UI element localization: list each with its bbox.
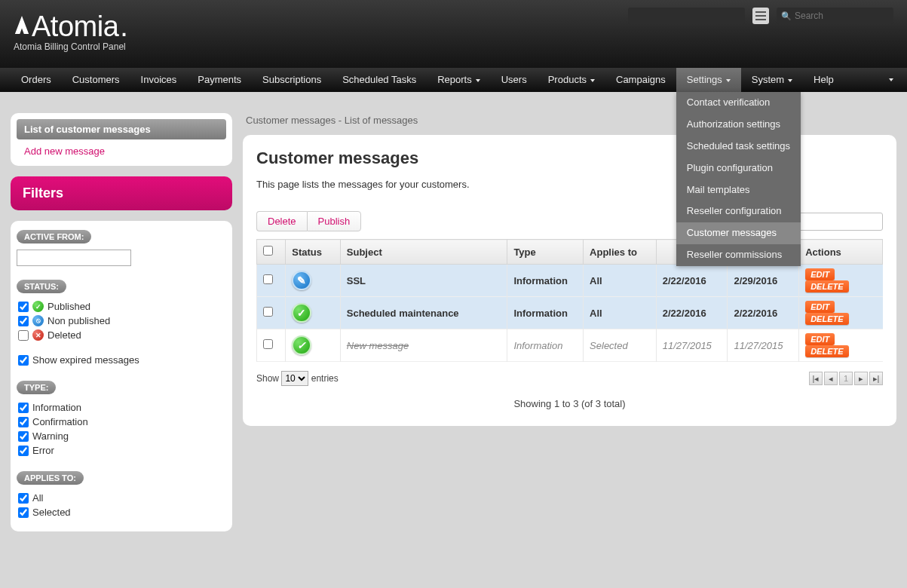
nav-help[interactable]: Help: [803, 68, 844, 92]
col-subject[interactable]: Subject: [340, 240, 507, 265]
applies-checkbox[interactable]: [18, 507, 29, 518]
show-expired-row[interactable]: Show expired messages: [17, 353, 226, 367]
filter-active-from: ACTIVE FROM:: [17, 230, 226, 266]
row-from: 2/22/2016: [656, 297, 728, 329]
row-checkbox[interactable]: [263, 339, 273, 349]
table-row[interactable]: ✓Scheduled maintenanceInformationAll2/22…: [257, 297, 883, 329]
applies-checkbox[interactable]: [18, 493, 29, 504]
delete-button[interactable]: Delete: [256, 211, 307, 231]
chip-status: STATUS:: [17, 280, 66, 293]
type-warning[interactable]: Warning: [17, 429, 226, 443]
applies-all[interactable]: All: [17, 491, 226, 505]
pager-prev-icon[interactable]: ◂: [824, 372, 838, 385]
show-label: Show: [256, 373, 279, 384]
col-type[interactable]: Type: [507, 240, 584, 265]
edit-button[interactable]: EDIT: [805, 301, 835, 313]
row-from: 11/27/2015: [656, 329, 728, 362]
type-checkbox[interactable]: [18, 431, 29, 442]
show-expired-checkbox[interactable]: [18, 355, 29, 366]
show-expired-label: Show expired messages: [32, 354, 139, 366]
applies-selected[interactable]: Selected: [17, 505, 226, 519]
brand-name: Atomia: [32, 11, 118, 43]
status-checkbox[interactable]: [18, 302, 29, 312]
filter-applies: APPLIES TO: AllSelected: [17, 471, 226, 519]
nav-subscriptions[interactable]: Subscriptions: [252, 68, 332, 92]
row-delete-button[interactable]: DELETE: [805, 313, 848, 325]
dd-plugin-configuration[interactable]: Plugin configuration: [676, 158, 801, 179]
type-label: Warning: [32, 430, 69, 442]
hamburger-icon[interactable]: [752, 8, 769, 24]
row-type: Information: [507, 329, 584, 362]
dd-customer-messages[interactable]: Customer messages: [676, 222, 801, 244]
publish-button[interactable]: Publish: [307, 211, 362, 231]
dd-contact-verification[interactable]: Contact verification: [676, 92, 801, 114]
row-subject: Scheduled maintenance: [340, 297, 507, 329]
add-message-link[interactable]: Add new message: [17, 139, 226, 160]
type-error[interactable]: Error: [17, 443, 226, 458]
dd-reseller-configuration[interactable]: Reseller configuration: [676, 201, 801, 222]
pager-first-icon[interactable]: |◂: [809, 372, 823, 385]
status-label: Published: [47, 301, 90, 312]
navbar: OrdersCustomersInvoicesPaymentsSubscript…: [0, 68, 907, 92]
top-search-input[interactable]: [777, 8, 893, 24]
status-label: Non published: [47, 315, 110, 326]
pager: |◂ ◂ 1 ▸ ▸|: [809, 372, 883, 385]
top-account-input[interactable]: [628, 8, 745, 24]
status-deleted[interactable]: ✕Deleted: [17, 328, 226, 342]
active-from-input[interactable]: [17, 250, 131, 266]
row-checkbox[interactable]: [263, 307, 273, 317]
nav-customers[interactable]: Customers: [62, 68, 130, 92]
edit-button[interactable]: EDIT: [805, 333, 835, 345]
toolbar-buttons: Delete Publish: [256, 211, 361, 231]
brand-dot: .: [120, 11, 128, 43]
page-size-select[interactable]: 10: [281, 371, 308, 386]
type-checkbox[interactable]: [18, 446, 29, 456]
chip-applies: APPLIES TO:: [17, 471, 84, 485]
nav-scheduled-tasks[interactable]: Scheduled Tasks: [332, 68, 427, 92]
col-actions: Actions: [799, 240, 883, 265]
status-checkbox[interactable]: [18, 316, 29, 326]
type-checkbox[interactable]: [18, 403, 29, 413]
user-menu[interactable]: [889, 68, 893, 92]
row-delete-button[interactable]: DELETE: [805, 345, 848, 357]
type-confirmation[interactable]: Confirmation: [17, 415, 226, 429]
edit-button[interactable]: EDIT: [805, 268, 835, 280]
col-status[interactable]: Status: [286, 240, 341, 265]
nav-settings[interactable]: SettingsContact verificationAuthorizatio…: [676, 68, 741, 92]
logo-mark-icon: [14, 14, 30, 36]
type-information[interactable]: Information: [17, 400, 226, 415]
nav-campaigns[interactable]: Campaigns: [605, 68, 676, 92]
nav-system[interactable]: System: [741, 68, 803, 92]
nav-orders[interactable]: Orders: [11, 68, 62, 92]
dd-authorization-settings[interactable]: Authorization settings: [676, 114, 801, 136]
pager-current[interactable]: 1: [839, 372, 853, 385]
type-checkbox[interactable]: [18, 417, 29, 427]
row-applies: All: [584, 265, 657, 297]
side-list-title[interactable]: List of customer messages: [17, 119, 226, 139]
type-label: Information: [32, 402, 81, 413]
status-published[interactable]: ✓Published: [17, 299, 226, 314]
table-row[interactable]: ✓New messageInformationSelected11/27/201…: [257, 329, 883, 362]
row-delete-button[interactable]: DELETE: [805, 280, 848, 292]
row-checkbox[interactable]: [263, 274, 273, 284]
dd-mail-templates[interactable]: Mail templates: [676, 179, 801, 201]
dd-reseller-commissions[interactable]: Reseller commissions: [676, 244, 801, 266]
nav-products[interactable]: Products: [538, 68, 605, 92]
col-applies[interactable]: Applies to: [584, 240, 657, 265]
select-all-checkbox[interactable]: [263, 246, 273, 256]
pager-last-icon[interactable]: ▸|: [869, 372, 883, 385]
nav-users[interactable]: Users: [491, 68, 538, 92]
status-non-published[interactable]: ⦸Non published: [17, 314, 226, 328]
nav-invoices[interactable]: Invoices: [130, 68, 188, 92]
dd-scheduled-task-settings[interactable]: Scheduled task settings: [676, 136, 801, 158]
nav-payments[interactable]: Payments: [187, 68, 252, 92]
topbar: Atomia . Atomia Billing Control Panel 🔍: [0, 0, 907, 68]
row-type: Information: [507, 265, 584, 297]
table-row[interactable]: ✎SSLInformationAll2/22/20162/29/2016EDIT…: [257, 265, 883, 297]
status-checkbox[interactable]: [18, 330, 29, 341]
nav-reports[interactable]: Reports: [427, 68, 491, 92]
side-links-card: List of customer messages Add new messag…: [11, 113, 232, 166]
status-label: Deleted: [47, 329, 81, 341]
pager-next-icon[interactable]: ▸: [854, 372, 868, 385]
check-status-icon: ✓: [292, 303, 311, 323]
